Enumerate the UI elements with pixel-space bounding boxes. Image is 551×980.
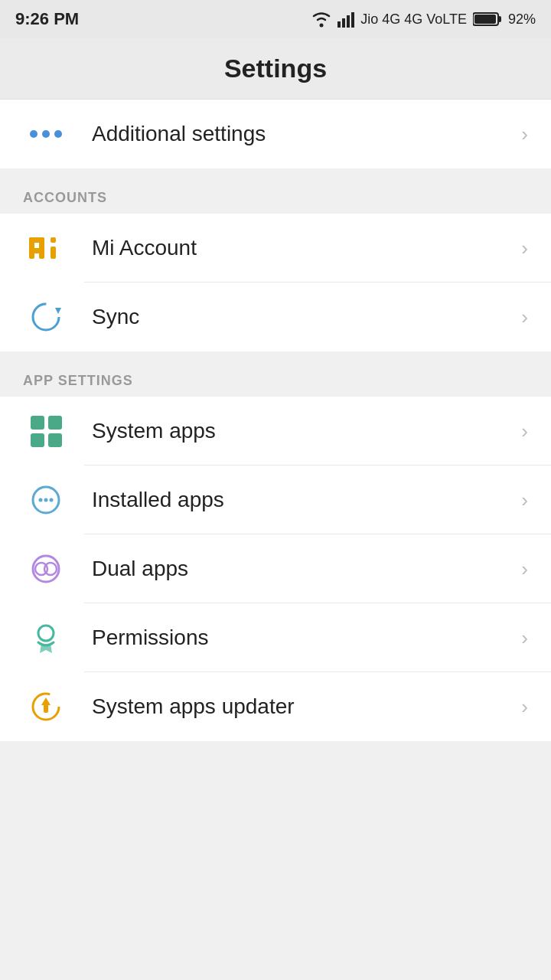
svg-rect-4 xyxy=(351,12,354,28)
status-bar: 9:26 PM Jio 4G 4G VoLTE 92% xyxy=(0,0,551,38)
accounts-section-header: ACCOUNTS xyxy=(0,176,551,214)
additional-settings-chevron: › xyxy=(521,122,528,146)
installed-apps-chevron: › xyxy=(521,488,528,512)
svg-marker-15 xyxy=(55,308,61,314)
wifi-icon xyxy=(311,11,331,28)
svg-point-20 xyxy=(33,556,59,582)
mi-account-chevron: › xyxy=(521,237,528,260)
section-top: Additional settings › xyxy=(0,100,551,168)
settings-item-dual-apps[interactable]: Dual apps › xyxy=(0,534,551,603)
svg-rect-6 xyxy=(498,16,501,22)
svg-rect-11 xyxy=(29,248,44,253)
battery-text: 92% xyxy=(508,11,536,28)
app-settings-section-header: APP SETTINGS xyxy=(0,359,551,397)
section-app-settings: APP SETTINGS System apps › Installed app… xyxy=(0,359,551,741)
dots-icon xyxy=(23,111,69,157)
mi-account-label: Mi Account xyxy=(92,236,514,260)
page-header: Settings xyxy=(0,38,551,100)
system-apps-icon xyxy=(23,408,69,454)
sync-chevron: › xyxy=(521,305,528,329)
dual-apps-label: Dual apps xyxy=(92,557,514,581)
svg-point-18 xyxy=(44,498,48,502)
permissions-icon xyxy=(23,615,69,661)
svg-point-0 xyxy=(320,24,324,28)
system-apps-chevron: › xyxy=(521,420,528,443)
section-accounts: ACCOUNTS Mi Account › Sync › xyxy=(0,176,551,351)
settings-item-sync[interactable]: Sync › xyxy=(0,283,551,351)
svg-point-22 xyxy=(44,563,57,575)
installed-apps-icon xyxy=(23,477,69,523)
svg-point-19 xyxy=(50,498,54,502)
sync-label: Sync xyxy=(92,305,514,329)
status-right: Jio 4G 4G VoLTE 92% xyxy=(311,11,536,28)
svg-rect-1 xyxy=(337,21,341,28)
settings-item-mi-account[interactable]: Mi Account › xyxy=(0,214,551,283)
sync-icon xyxy=(23,294,69,340)
signal-bars-icon xyxy=(337,11,354,28)
svg-point-14 xyxy=(33,304,59,330)
settings-item-installed-apps[interactable]: Installed apps › xyxy=(0,466,551,534)
system-apps-label: System apps xyxy=(92,419,514,443)
svg-rect-2 xyxy=(342,18,345,28)
status-time: 9:26 PM xyxy=(15,9,79,29)
settings-item-permissions[interactable]: Permissions › xyxy=(0,603,551,672)
svg-point-23 xyxy=(38,626,54,641)
additional-settings-label: Additional settings xyxy=(92,122,514,146)
dual-apps-chevron: › xyxy=(521,557,528,581)
svg-rect-3 xyxy=(347,15,350,28)
svg-point-17 xyxy=(39,498,43,502)
settings-item-additional-settings[interactable]: Additional settings › xyxy=(0,100,551,168)
system-apps-updater-label: System apps updater xyxy=(92,694,514,719)
page-title: Settings xyxy=(224,54,327,83)
system-apps-updater-icon xyxy=(23,684,69,730)
battery-icon xyxy=(473,11,502,27)
svg-rect-12 xyxy=(51,237,56,243)
installed-apps-label: Installed apps xyxy=(92,488,514,512)
svg-rect-13 xyxy=(51,247,56,259)
system-apps-updater-chevron: › xyxy=(521,695,528,719)
svg-rect-7 xyxy=(474,15,496,24)
permissions-label: Permissions xyxy=(92,626,514,650)
carrier-text: Jio 4G 4G VoLTE xyxy=(360,11,467,28)
permissions-chevron: › xyxy=(521,626,528,650)
dual-apps-icon xyxy=(23,546,69,592)
settings-item-system-apps[interactable]: System apps › xyxy=(0,397,551,466)
mi-logo-icon xyxy=(23,225,69,271)
settings-item-system-apps-updater[interactable]: System apps updater › xyxy=(0,672,551,741)
svg-rect-26 xyxy=(44,704,48,713)
